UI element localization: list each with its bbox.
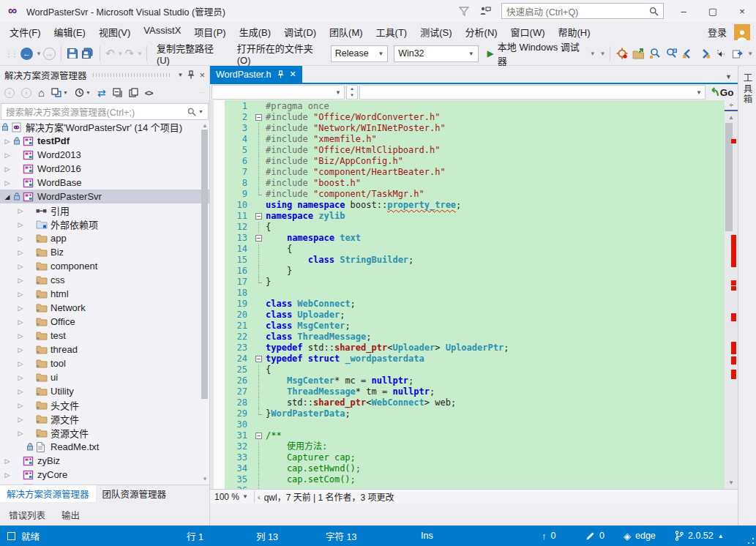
tree-item-zycore[interactable]: ▷zyCore [0, 468, 209, 482]
menu-item-3[interactable]: VAssistX [137, 22, 187, 42]
tree-scrollbar-thumb[interactable] [201, 130, 208, 399]
solution-explorer-header[interactable]: 解决方案资源管理器 ▼ × [0, 66, 209, 83]
expand-arrow-icon[interactable]: ▷ [1, 165, 13, 173]
code-line-18[interactable]: 18 [225, 288, 725, 299]
copy-full-path-button[interactable]: 复制完整路径(U) [151, 41, 231, 66]
resize-grip[interactable] [747, 537, 755, 545]
code-line-3[interactable]: 3#include "Network/WInINetPoster.h" [225, 123, 725, 134]
tree-item-zybiz[interactable]: ▷zyBiz [0, 454, 209, 468]
code-line-5[interactable]: 5#include "Office/HtmlClipboard.h" [225, 145, 725, 156]
redo-button[interactable]: ↷ [123, 45, 135, 62]
scrollbar-error-mark-3[interactable] [731, 286, 736, 291]
expand-arrow-icon[interactable]: ▷ [15, 235, 26, 242]
tree-item-wordpastersvr[interactable]: ◢WordPasterSvr [0, 190, 209, 203]
zoom-level-dropdown[interactable]: 100 %▼ [212, 490, 251, 504]
undo-last-action-icon[interactable] [714, 47, 728, 60]
scrollbar-error-mark-1[interactable] [731, 235, 736, 267]
document-overflow-icon[interactable]: ▼ [725, 73, 738, 83]
code-line-2[interactable]: 2#include "Office/WordConverter.h" [225, 112, 725, 123]
expand-arrow-icon[interactable]: ▷ [15, 304, 26, 312]
panel-tab-team-explorer[interactable]: 团队资源管理器 [96, 485, 173, 502]
code-line-17[interactable]: 17} [225, 277, 725, 288]
switch-views-icon[interactable]: ▼ [51, 88, 68, 97]
debug-target-dropdown[interactable]: ▼ [590, 51, 596, 57]
find-symbol-icon[interactable] [665, 47, 678, 60]
scope-combobox[interactable]: ▼ [212, 85, 345, 100]
code-line-35[interactable]: 35 cap.setCom(); [225, 474, 725, 485]
tree-item-utility[interactable]: ▷Utility [0, 384, 209, 398]
panel-drag-grip[interactable] [93, 73, 172, 77]
platform-combobox[interactable]: Win32▼ [394, 45, 479, 62]
tree-item-css[interactable]: ▷css [0, 273, 209, 287]
expand-arrow-icon[interactable]: ▷ [15, 388, 26, 395]
expand-arrow-icon[interactable]: ▷ [15, 346, 26, 354]
navigate-backward-button[interactable]: ← [19, 45, 34, 62]
code-line-19[interactable]: 19class WebConnect; [225, 299, 725, 310]
expand-arrow-icon[interactable]: ▷ [1, 152, 13, 159]
editor-scroll-up-arrow[interactable]: ▲ [725, 114, 738, 121]
switch-header-source-icon[interactable] [731, 47, 745, 60]
menu-item-0[interactable]: 文件(F) [3, 22, 48, 42]
code-line-10[interactable]: 10using namespace boost::property_tree; [225, 200, 725, 211]
expand-arrow-icon[interactable]: ▷ [15, 221, 26, 228]
expand-arrow-icon[interactable]: ▷ [15, 332, 26, 340]
scrollbar-error-mark-6[interactable] [731, 356, 736, 364]
va-spinner[interactable]: ▲▼ [346, 85, 358, 100]
tree-item-word2016[interactable]: ▷Word2016 [0, 162, 209, 176]
collapse-all-icon[interactable] [113, 88, 122, 97]
source-control-info[interactable]: ‹ qwl，7 天前 | 1 名作者，3 项更改 [258, 490, 394, 503]
window-position-dropdown-icon[interactable]: ▼ [177, 72, 183, 78]
code-line-7[interactable]: 7#include "component/HeartBeater.h" [225, 167, 725, 178]
menu-item-10[interactable]: 分析(N) [459, 22, 504, 42]
tree-item-头文件[interactable]: ▷头文件 [0, 398, 209, 412]
menu-item-6[interactable]: 调试(D) [277, 22, 323, 42]
code-line-30[interactable]: 30 [225, 419, 725, 430]
scrollbar-error-mark-2[interactable] [731, 280, 736, 285]
code-line-22[interactable]: 22class ThreadMessage; [225, 332, 725, 343]
autohide-tab-1[interactable]: 输出 [61, 508, 80, 522]
code-line-28[interactable]: 28 std::shared_ptr<WebConnect> web; [225, 397, 725, 408]
scroll-down-arrow[interactable]: ▼ [201, 476, 209, 482]
minimize-button[interactable]: – [674, 6, 693, 17]
tree-item-解决方案-wordpastersvr-14-个项目-[interactable]: 解决方案'WordPasterSvr' (14 个项目) [0, 120, 209, 134]
close-tab-icon[interactable]: ✕ [290, 70, 296, 79]
navigate-backward-dropdown[interactable]: ▼ [36, 51, 42, 57]
va-navigate-backward-icon[interactable] [681, 47, 695, 60]
menu-item-9[interactable]: 测试(S) [413, 22, 458, 42]
code-line-34[interactable]: 34 cap.setHwnd(); [225, 463, 725, 474]
expand-arrow-icon[interactable]: ▷ [15, 277, 26, 284]
save-button[interactable] [65, 45, 80, 62]
outgoing-commits-button[interactable]: ↑ 0 [542, 526, 555, 546]
search-options-dropdown[interactable]: ▼ [198, 109, 203, 114]
expand-arrow-icon[interactable]: ▷ [15, 249, 26, 256]
tree-item-html[interactable]: ▷html [0, 287, 209, 301]
expand-arrow-icon[interactable]: ▷ [1, 457, 13, 465]
expand-arrow-icon[interactable]: ▷ [15, 430, 26, 437]
scroll-up-arrow[interactable]: ▲ [201, 122, 209, 129]
va-go-button[interactable]: Go [707, 84, 736, 100]
code-line-29[interactable]: 29}WordPasterData; [225, 408, 725, 419]
tree-item-ui[interactable]: ▷ui [0, 370, 209, 384]
code-line-11[interactable]: 11namespace zylib [225, 211, 725, 222]
open-file-in-solution-icon[interactable] [632, 47, 645, 60]
splitter-handle[interactable]: ÷ [725, 100, 738, 111]
tree-item-外部依赖项[interactable]: ▷外部依赖项 [0, 217, 209, 231]
code-line-23[interactable]: 23typedef std::shared_ptr<Uploader> Uplo… [225, 343, 725, 354]
expand-arrow-icon[interactable]: ▷ [15, 374, 26, 381]
code-line-6[interactable]: 6#include "Biz/AppConfig.h" [225, 156, 725, 167]
code-line-4[interactable]: 4#include "xmemfile.h" [225, 134, 725, 145]
view-code-icon[interactable]: <> [145, 89, 153, 97]
menu-item-2[interactable]: 视图(V) [92, 22, 137, 42]
code-line-25[interactable]: 25{ [225, 364, 725, 375]
code-line-14[interactable]: 14 { [225, 244, 725, 255]
scrollbar-error-mark-5[interactable] [731, 342, 736, 354]
pin-tab-icon[interactable] [277, 70, 284, 78]
code-line-36[interactable]: 36 [225, 485, 725, 489]
expand-arrow-icon[interactable]: ▷ [15, 318, 26, 326]
tree-item-引用[interactable]: ▷引用 [0, 203, 209, 217]
editor-scrollbar[interactable]: ÷ ▲ ▼ [725, 100, 738, 489]
scrollbar-error-mark-7[interactable] [731, 370, 736, 379]
code-line-21[interactable]: 21class MsgCenter; [225, 321, 725, 332]
editor-scroll-down-arrow[interactable]: ▼ [725, 479, 738, 486]
code-editor[interactable]: 1#pragma once2#include "Office/WordConve… [210, 100, 738, 489]
